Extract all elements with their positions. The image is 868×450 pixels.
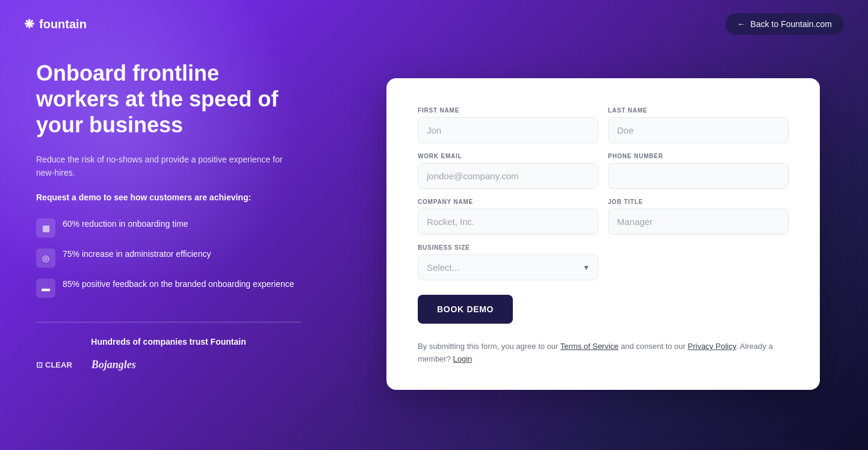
feature-icon-1: ▦: [36, 218, 55, 238]
terms-of-service-link[interactable]: Terms of Service: [560, 342, 619, 351]
list-item: ▦ 60% reduction in onboarding time: [36, 218, 301, 238]
privacy-policy-link[interactable]: Privacy Policy: [688, 342, 736, 351]
business-size-group: BUSINESS SIZE Select... 1-50 employees 5…: [418, 244, 598, 280]
divider: [36, 322, 301, 322]
job-title-input[interactable]: [608, 209, 789, 235]
trust-heading: Hundreds of companies trust Fountain: [36, 337, 301, 347]
back-arrow-icon: ←: [737, 19, 746, 29]
first-name-label: FIRST NAME: [418, 107, 598, 114]
last-name-label: LAST NAME: [608, 107, 789, 114]
logo-text: fountain: [39, 17, 87, 31]
business-size-select[interactable]: Select... 1-50 employees 51-200 employee…: [418, 254, 598, 280]
clear-logo-icon: ⊡: [36, 360, 43, 369]
form-row-2: WORK EMAIL PHONE NUMBER: [418, 153, 789, 189]
list-item: ▬ 85% positive feedback on the branded o…: [36, 279, 301, 298]
feature-list: ▦ 60% reduction in onboarding time ◎ 75%…: [36, 218, 301, 298]
header: ❋ fountain ← Back to Fountain.com: [0, 0, 868, 48]
work-email-group: WORK EMAIL: [418, 153, 598, 189]
bojangles-logo: Bojangles: [91, 359, 136, 371]
logo-icon: ❋: [24, 17, 34, 31]
phone-label: PHONE NUMBER: [608, 153, 789, 159]
feature-icon-3: ▬: [36, 279, 55, 298]
back-button-label: Back to Fountain.com: [751, 19, 832, 29]
work-email-label: WORK EMAIL: [418, 153, 598, 159]
clear-logo-text: CLEAR: [45, 360, 72, 369]
book-demo-button[interactable]: BOOK DEMO: [418, 295, 513, 324]
company-name-label: COMPANY NAME: [418, 199, 598, 205]
legal-text-pre: By submitting this form, you agree to ou…: [418, 342, 560, 351]
first-name-input[interactable]: [418, 117, 598, 143]
company-logos-row: ⊡ CLEAR Bojangles: [36, 359, 301, 371]
phone-group: PHONE NUMBER: [608, 153, 789, 189]
bojangles-logo-text: Bojangles: [91, 359, 136, 371]
main-heading: Onboard frontline workers at the speed o…: [36, 60, 301, 138]
company-name-group: COMPANY NAME: [418, 199, 598, 235]
sub-text: Reduce the risk of no-shows and provide …: [36, 153, 301, 180]
left-panel: Onboard frontline workers at the speed o…: [36, 60, 301, 371]
demo-form: FIRST NAME LAST NAME WORK EMAIL PHONE NU…: [418, 107, 789, 366]
form-card: FIRST NAME LAST NAME WORK EMAIL PHONE NU…: [386, 78, 820, 390]
business-size-select-wrapper: Select... 1-50 employees 51-200 employee…: [418, 254, 598, 280]
phone-input[interactable]: [608, 163, 789, 189]
form-row-1: FIRST NAME LAST NAME: [418, 107, 789, 143]
book-demo-label: BOOK DEMO: [437, 304, 494, 314]
last-name-input[interactable]: [608, 117, 789, 143]
clear-logo: ⊡ CLEAR: [36, 360, 72, 369]
first-name-group: FIRST NAME: [418, 107, 598, 143]
login-link[interactable]: Login: [453, 354, 473, 363]
job-title-label: JOB TITLE: [608, 199, 789, 205]
list-item: ◎ 75% increase in administrator efficien…: [36, 248, 301, 268]
feature-text-2: 75% increase in administrator efficiency: [63, 248, 211, 260]
business-size-label: BUSINESS SIZE: [418, 244, 598, 251]
work-email-input[interactable]: [418, 163, 598, 189]
last-name-group: LAST NAME: [608, 107, 789, 143]
legal-text: By submitting this form, you agree to ou…: [418, 341, 789, 366]
feature-text-1: 60% reduction in onboarding time: [63, 218, 188, 230]
back-to-fountain-button[interactable]: ← Back to Fountain.com: [725, 13, 844, 35]
feature-text-3: 85% positive feedback on the branded onb…: [63, 279, 294, 291]
form-row-3: COMPANY NAME JOB TITLE: [418, 199, 789, 235]
job-title-group: JOB TITLE: [608, 199, 789, 235]
logo: ❋ fountain: [24, 17, 87, 31]
company-name-input[interactable]: [418, 209, 598, 235]
legal-text-mid: and consent to our: [619, 342, 688, 351]
request-text: Request a demo to see how customers are …: [36, 191, 301, 204]
business-size-row: BUSINESS SIZE Select... 1-50 employees 5…: [418, 244, 789, 280]
feature-icon-2: ◎: [36, 248, 55, 268]
